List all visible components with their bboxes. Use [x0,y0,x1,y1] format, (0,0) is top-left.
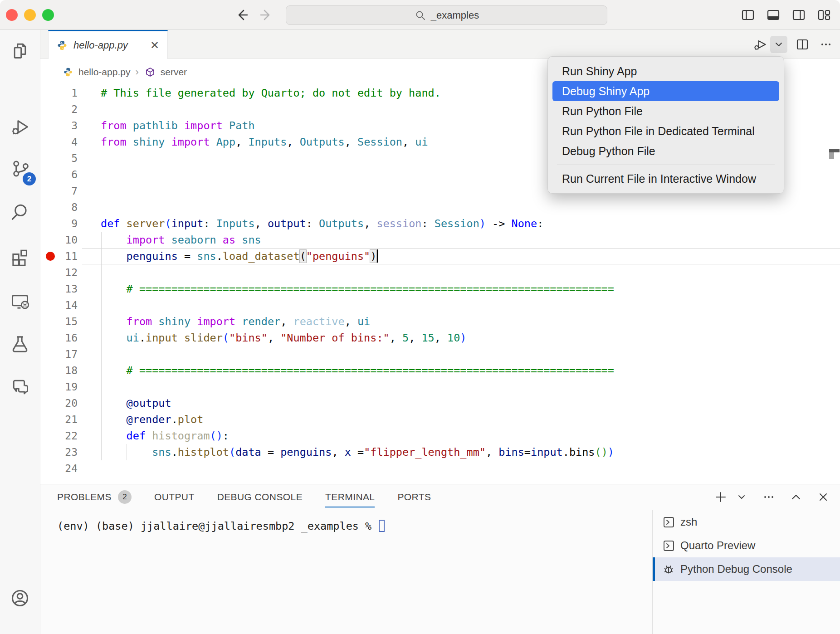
editor-actions [750,30,835,59]
sidebar-item-extensions[interactable] [0,239,40,277]
breadcrumb-file[interactable]: hello-app.py [78,67,130,78]
terminal-list-label: Python Debug Console [680,563,792,575]
text-cursor [377,249,378,263]
code-line-9[interactable]: 9def server(input: Inputs, output: Outpu… [40,215,840,232]
menu-item-run-python-file[interactable]: Run Python File [552,101,779,121]
maximize-panel-button[interactable] [788,489,804,505]
code-line-16[interactable]: 16 ui.input_slider("bins", "Number of bi… [40,330,840,346]
code-line-22[interactable]: 22 def histogram(): [40,428,840,444]
navigate-back-button[interactable] [232,5,251,24]
code-line-18[interactable]: 18 # ===================================… [40,362,840,379]
settings-button[interactable]: 1 [0,623,40,634]
menu-item-debug-shiny-app[interactable]: Debug Shiny App [552,81,779,101]
terminal-prompt: (env) (base) jjallaire@jjallairesmbp2 _e… [57,520,378,532]
line-number: 19 [40,379,78,395]
search-icon [414,9,427,22]
code-line-12[interactable]: 12 [40,264,840,281]
terminal-profile-dropdown-button[interactable] [734,489,749,505]
overview-ruler-mark [829,149,840,152]
code-text: from shiny import render, reactive, ui [101,313,370,330]
code-line-19[interactable]: 19 [40,379,840,395]
code-text: def histogram(): [101,428,229,444]
line-number: 12 [40,264,78,281]
remote-window-icon [10,291,30,313]
close-panel-button[interactable] [816,489,831,505]
search-sidebar-icon [10,202,30,224]
breadcrumb-separator: › [134,66,139,78]
run-options-menu: Run Shiny AppDebug Shiny AppRun Python F… [547,56,784,194]
symbol-cube-icon [144,66,156,78]
code-line-8[interactable]: 8 [40,199,840,215]
toggle-panel-icon[interactable] [766,6,781,24]
tab-title: hello-app.py [73,39,143,51]
close-window-button[interactable] [6,9,18,21]
split-editor-button[interactable] [794,36,811,53]
terminal-output[interactable]: (env) (base) jjallaire@jjallairesmbp2 _e… [57,518,385,534]
panel-more-actions-button[interactable] [761,489,777,505]
code-text: # This file generated by Quarto; do not … [101,85,441,101]
line-number: 8 [40,199,78,215]
activity-bar: 2 [0,30,40,634]
account-button[interactable] [0,580,40,618]
code-line-15[interactable]: 15 from shiny import render, reactive, u… [40,313,840,330]
code-line-20[interactable]: 20 @output [40,395,840,411]
code-line-24[interactable]: 24 [40,460,840,477]
breadcrumb-symbol[interactable]: server [161,67,187,78]
sidebar-item-explorer[interactable] [0,33,40,71]
code-line-21[interactable]: 21 @render.plot [40,411,840,428]
terminal-cursor [379,520,385,532]
line-number: 1 [40,85,78,101]
account-icon [10,588,30,610]
panel-tab-problems[interactable]: PROBLEMS2 [57,484,132,510]
zoom-window-button[interactable] [42,9,54,21]
terminal-list-item-quarto-preview[interactable]: Quarto Preview [653,534,840,557]
terminal-list-item-python-debug-console[interactable]: Python Debug Console [653,557,840,581]
tab-hello-app[interactable]: hello-app.py ✕ [48,30,168,59]
line-number: 9 [40,215,78,232]
command-center-search[interactable]: _examples [286,5,607,25]
navigate-forward-button[interactable] [257,5,276,24]
menu-item-run-python-file-in-dedicated-terminal[interactable]: Run Python File in Dedicated Terminal [552,121,779,141]
sidebar-item-search[interactable] [0,194,40,232]
debug-run-button[interactable] [750,36,769,53]
tab-close-icon[interactable]: ✕ [148,39,161,52]
code-text: from pathlib import Path [101,117,255,134]
toggle-primary-sidebar-icon[interactable] [740,6,756,24]
new-terminal-button[interactable] [713,489,728,505]
run-options-dropdown-button[interactable] [770,36,787,53]
code-text: from shiny import App, Inputs, Outputs, … [101,134,428,150]
line-number: 4 [40,134,78,150]
sidebar-item-source-control[interactable]: 2 [0,151,40,189]
panel-tab-debug-console[interactable]: DEBUG CONSOLE [217,484,303,510]
code-text: # ======================================… [101,362,614,379]
line-number: 5 [40,150,78,166]
code-line-14[interactable]: 14 [40,297,840,313]
editor-more-actions-button[interactable] [817,36,835,53]
panel-tab-terminal[interactable]: TERMINAL [325,484,375,510]
menu-item-run-shiny-app[interactable]: Run Shiny App [552,61,779,81]
sidebar-item-testing[interactable] [0,326,40,364]
sidebar-item-comments[interactable] [0,369,40,407]
line-number: 24 [40,460,78,477]
code-line-11[interactable]: 11 penguins = sns.load_dataset("penguins… [40,248,840,264]
line-number: 18 [40,362,78,379]
code-text: ui.input_slider("bins", "Number of bins:… [101,330,467,346]
sidebar-item-run-debug[interactable] [0,108,40,146]
terminal-list-item-zsh[interactable]: zsh [653,510,840,534]
code-line-10[interactable]: 10 import seaborn as sns [40,232,840,248]
sidebar-item-remote-explorer[interactable] [0,283,40,321]
code-line-23[interactable]: 23 sns.histplot(data = penguins, x ="fli… [40,444,840,460]
panel-tab-output[interactable]: OUTPUT [154,484,195,510]
code-line-13[interactable]: 13 # ===================================… [40,281,840,297]
line-number: 20 [40,395,78,411]
menu-item-run-current-file-in-interactive-window[interactable]: Run Current File in Interactive Window [552,169,779,189]
panel-tab-ports[interactable]: PORTS [397,484,431,510]
panel-tab-label: PROBLEMS [57,492,112,502]
code-line-17[interactable]: 17 [40,346,840,362]
line-number: 7 [40,183,78,199]
minimize-window-button[interactable] [24,9,36,21]
customize-layout-icon[interactable] [816,6,832,24]
menu-item-debug-python-file[interactable]: Debug Python File [552,141,779,161]
extensions-icon [10,247,30,268]
toggle-secondary-sidebar-icon[interactable] [791,6,806,24]
